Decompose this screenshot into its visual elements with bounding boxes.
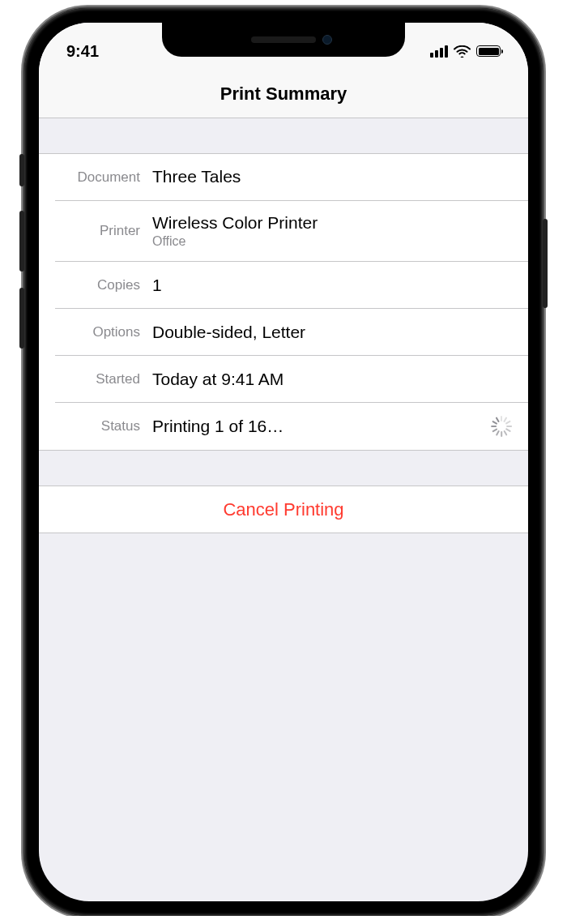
status-indicators: [430, 45, 501, 58]
document-value: Three Tales: [152, 166, 512, 187]
document-row: Document Three Tales: [55, 154, 528, 201]
printer-row: Printer Wireless Color Printer Office: [55, 201, 528, 262]
mute-switch: [19, 154, 24, 186]
wifi-icon: [454, 45, 471, 58]
status-value: Printing 1 of 16…: [152, 416, 491, 437]
cancel-printing-button[interactable]: Cancel Printing: [39, 486, 528, 533]
cellular-signal-icon: [430, 45, 448, 58]
started-label: Started: [55, 371, 152, 387]
options-value: Double-sided, Letter: [152, 322, 512, 343]
printer-name: Wireless Color Printer: [152, 212, 512, 233]
started-row: Started Today at 9:41 AM: [55, 356, 528, 403]
battery-icon: [476, 45, 501, 57]
printer-location: Office: [152, 233, 512, 250]
navigation-bar: Print Summary: [39, 70, 528, 118]
options-label: Options: [55, 324, 152, 340]
volume-down-button: [19, 288, 24, 349]
started-value: Today at 9:41 AM: [152, 369, 512, 390]
copies-label: Copies: [55, 277, 152, 293]
status-time: 9:41: [66, 42, 164, 61]
cancel-printing-label: Cancel Printing: [223, 499, 343, 520]
section-spacer: [39, 118, 528, 154]
options-row: Options Double-sided, Letter: [55, 309, 528, 356]
speaker-grille: [251, 36, 316, 43]
document-label: Document: [55, 169, 152, 186]
copies-value: 1: [152, 275, 512, 296]
printer-label: Printer: [55, 223, 152, 239]
phone-device-frame: 9:41 Print Summary: [24, 8, 543, 916]
power-button: [543, 219, 548, 308]
section-spacer: [39, 451, 528, 486]
notch: [162, 23, 405, 57]
status-label: Status: [55, 418, 152, 434]
volume-up-button: [19, 211, 24, 272]
status-row: Status Printing 1 of 16…: [55, 403, 528, 450]
page-title: Print Summary: [220, 83, 347, 105]
copies-row: Copies 1: [55, 262, 528, 309]
printer-value: Wireless Color Printer Office: [152, 212, 512, 250]
print-summary-list: Document Three Tales Printer Wireless Co…: [39, 154, 528, 451]
activity-spinner-icon: [491, 416, 512, 437]
front-camera: [322, 35, 332, 45]
screen: 9:41 Print Summary: [39, 23, 528, 901]
